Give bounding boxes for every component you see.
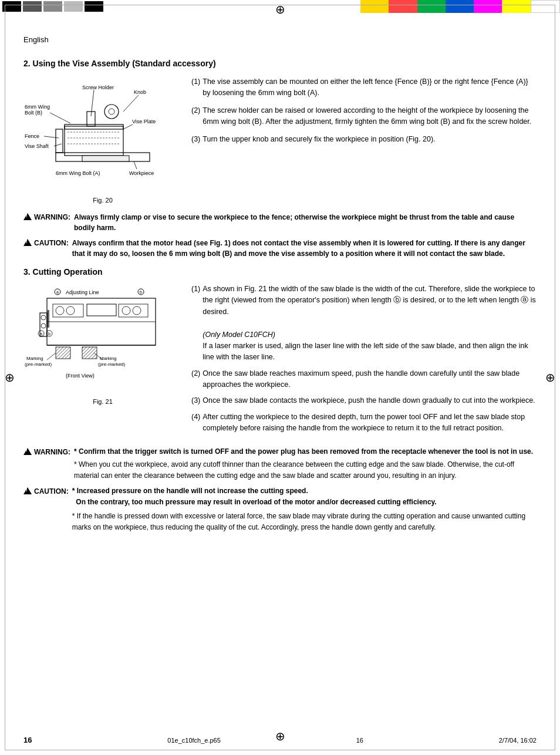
svg-rect-14 [56, 129, 63, 153]
footer-file: 01e_c10fch_e.p65 [167, 737, 221, 744]
caution-label-text-2: CAUTION: [34, 238, 69, 248]
section2-instructions: (1) The vise assembly can be mounted on … [191, 76, 537, 204]
svg-point-36 [56, 306, 64, 315]
svg-rect-15 [65, 126, 123, 156]
svg-text:6mm Wing Bolt (A): 6mm Wing Bolt (A) [56, 170, 100, 176]
instruction-2-1: (1) The vise assembly can be mounted on … [191, 76, 537, 99]
inst-text-3: Turn the upper knob and securely fix the… [203, 134, 435, 145]
svg-text:Marking: Marking [26, 356, 43, 361]
page-content: 2. Using the Vise Assembly (Standard acc… [23, 59, 537, 732]
fig20-svg: 6mm Wing Bolt (B) Screw Holder Knob Vise… [23, 76, 182, 194]
inst-num-1: (1) [191, 76, 200, 99]
warning-bullet-text-3-1: * Confirm that the trigger switch is tur… [74, 446, 533, 457]
instruction-3-4: (4) After cutting the workpiece to the d… [191, 412, 537, 434]
caution-bullet-3-2: * If the handle is pressed down with exc… [72, 511, 537, 532]
inst3-text-4: After cutting the workpiece to the desir… [203, 412, 537, 434]
footer-date: 2/7/04, 16:02 [499, 737, 537, 744]
warning-text-2: Always firmly clamp or vise to secure th… [74, 212, 537, 233]
svg-text:6mm Wing: 6mm Wing [25, 104, 50, 110]
svg-point-43 [41, 323, 46, 328]
svg-text:Vise Plate: Vise Plate [132, 119, 156, 124]
caution-bullets-3: * Increased pressure on the handle will … [72, 486, 537, 532]
svg-text:Adjusting Line: Adjusting Line [66, 289, 99, 295]
instruction-2-3: (3) Turn the upper knob and securely fix… [191, 134, 537, 145]
svg-line-8 [123, 124, 133, 129]
warning-label-text-2: WARNING: [34, 212, 70, 223]
svg-text:(pre-marked): (pre-marked) [25, 362, 52, 367]
svg-text:(Front View): (Front View) [66, 373, 95, 379]
svg-line-12 [54, 144, 62, 146]
section3-content: Adjusting Line a b [23, 284, 537, 439]
svg-rect-35 [53, 304, 83, 317]
svg-line-25 [134, 161, 137, 169]
svg-line-6 [123, 95, 139, 112]
section2-caution: ! CAUTION: Always confirm that the motor… [23, 238, 537, 259]
fig20-label: Fig. 20 [23, 197, 182, 204]
svg-point-37 [66, 306, 75, 315]
section3-diagram: Adjusting Line a b [23, 284, 182, 439]
inst3-num-3: (3) [191, 395, 200, 406]
warning-bullets-3: * Confirm that the trigger switch is tur… [74, 446, 537, 481]
inst-text-1: The vise assembly can be mounted on eith… [203, 76, 537, 99]
section3-instructions: (1) As shown in Fig. 21 the width of the… [191, 284, 537, 439]
svg-text:Marking: Marking [100, 356, 116, 361]
language-label: English [23, 35, 49, 44]
instruction-3-2: (2) Once the saw blade reaches maximum s… [191, 368, 537, 391]
section2-content: 6mm Wing Bolt (B) Screw Holder Knob Vise… [23, 76, 537, 204]
inst3-num-4: (4) [191, 412, 200, 434]
warning-triangle-3: ! [23, 448, 32, 455]
footer-page-num: 16 [23, 736, 32, 744]
instruction-2-2: (2) The screw holder can be raised or lo… [191, 105, 537, 128]
warning-label-3: ! WARNING: [23, 446, 70, 481]
inst-num-2: (2) [191, 105, 200, 128]
svg-point-42 [41, 315, 46, 320]
instruction-3-3: (3) Once the saw blade contacts the work… [191, 395, 537, 406]
inst3-num-1: (1) [191, 284, 200, 363]
svg-text:b: b [48, 332, 50, 336]
svg-rect-38 [119, 304, 148, 317]
svg-line-54 [47, 353, 56, 360]
caution-triangle-3: ! [23, 487, 32, 494]
caution-text-2: Always confirm that the motor head (see … [72, 238, 537, 259]
warning-bullet-3-2: * When you cut the workpiece, avoid any … [74, 459, 537, 481]
section3-warning: ! WARNING: * Confirm that the trigger sw… [23, 446, 537, 481]
warning-label-text-3: WARNING: [34, 447, 70, 458]
inst3-num-2: (2) [191, 368, 200, 391]
svg-point-39 [122, 306, 130, 315]
caution-label-text-3: CAUTION: [34, 486, 69, 497]
fig21-label: Fig. 21 [23, 398, 182, 405]
svg-text:Bolt (B): Bolt (B) [25, 110, 42, 116]
svg-text:a: a [56, 290, 59, 294]
warning-label-2: ! WARNING: [23, 212, 70, 233]
svg-rect-34 [87, 304, 116, 316]
svg-line-2 [50, 113, 70, 123]
caution-bullet-3-1: * Increased pressure on the handle will … [72, 486, 537, 507]
svg-rect-26 [82, 156, 129, 161]
svg-rect-16 [65, 124, 123, 129]
fig21-svg: Adjusting Line a b [23, 284, 182, 395]
svg-point-40 [133, 306, 141, 315]
svg-text:(pre-marked): (pre-marked) [98, 362, 126, 367]
section3-caution: ! CAUTION: * Increased pressure on the h… [23, 486, 537, 532]
svg-text:Workpiece: Workpiece [129, 170, 154, 176]
svg-line-4 [91, 90, 94, 116]
section2-warning: ! WARNING: Always firmly clamp or vise t… [23, 212, 537, 233]
inst-num-3: (3) [191, 134, 200, 145]
caution-triangle-2: ! [23, 239, 32, 246]
inst3-text-3: Once the saw blade contacts the workpiec… [203, 395, 535, 406]
svg-text:Screw Holder: Screw Holder [82, 85, 114, 90]
section3-title: 3. Cutting Operation [23, 267, 537, 277]
svg-text:Fence: Fence [25, 133, 39, 139]
warning-triangle-2: ! [23, 213, 32, 220]
inst3-text-2: Once the saw blade reaches maximum speed… [203, 368, 537, 391]
svg-rect-52 [56, 347, 70, 359]
instruction-3-1: (1) As shown in Fig. 21 the width of the… [191, 284, 537, 363]
section2-title: 2. Using the Vise Assembly (Standard acc… [23, 59, 537, 68]
svg-rect-57 [82, 347, 97, 359]
warning-bullet-3-1: * Confirm that the trigger switch is tur… [74, 446, 537, 457]
svg-text:a: a [40, 332, 42, 336]
svg-rect-17 [87, 112, 95, 126]
svg-line-10 [44, 136, 59, 138]
svg-text:Vise Shaft: Vise Shaft [25, 143, 49, 149]
caution-label-2: ! CAUTION: [23, 238, 69, 259]
